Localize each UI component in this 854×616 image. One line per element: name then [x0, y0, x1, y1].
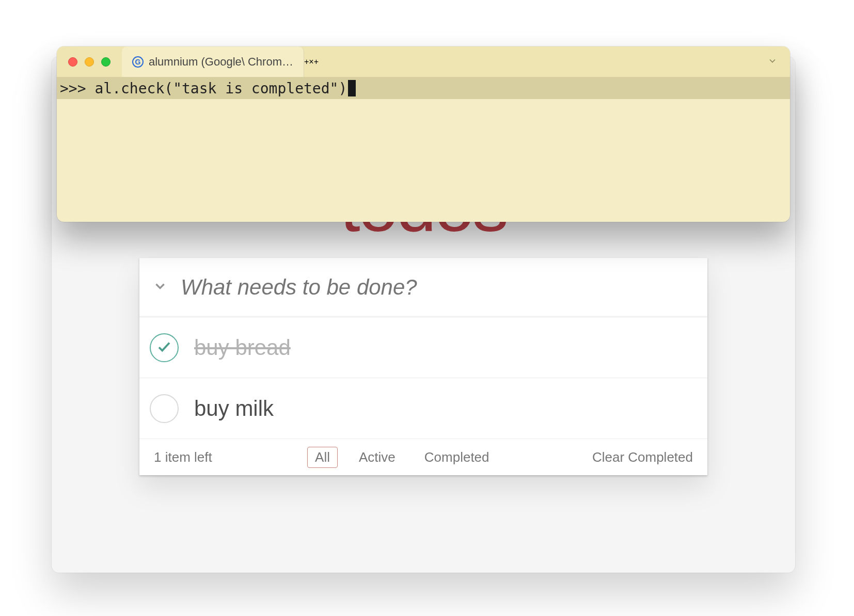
todo-card: buy bread buy milk 1 item left All Activ… [139, 258, 707, 475]
terminal-window: G alumnium (Google\ Chrom… + × + >>> al.… [57, 46, 790, 222]
minimize-window-button[interactable] [85, 57, 94, 67]
terminal-body[interactable] [57, 99, 790, 222]
filter-all[interactable]: All [307, 447, 338, 468]
chevron-down-icon [153, 280, 167, 296]
todo-item: buy bread [139, 317, 707, 378]
check-icon [156, 400, 172, 417]
check-icon [156, 339, 172, 356]
new-todo-row [139, 258, 707, 317]
todo-checkbox[interactable] [150, 333, 179, 362]
items-left-count: 1 item left [154, 449, 212, 465]
terminal-prompt-line[interactable]: >>> al.check("task is completed") [57, 77, 790, 99]
close-window-button[interactable] [68, 57, 77, 67]
terminal-tab[interactable]: G alumnium (Google\ Chrom… [122, 46, 304, 77]
cursor-icon [348, 80, 356, 96]
tab-favicon-icon: G [132, 56, 144, 68]
filter-active[interactable]: Active [351, 447, 403, 468]
new-tab-button[interactable]: + [304, 57, 309, 67]
terminal-tabbar: G alumnium (Google\ Chrom… + × + [57, 46, 790, 77]
toggle-all-button[interactable] [139, 279, 181, 296]
todo-item: buy milk [139, 378, 707, 439]
prompt-command: al.check("task is completed") [94, 80, 347, 97]
todo-label[interactable]: buy bread [194, 335, 291, 360]
clear-completed-button[interactable]: Clear Completed [592, 449, 693, 465]
tab-overflow-button[interactable] [755, 56, 790, 68]
fullscreen-window-button[interactable] [101, 57, 110, 67]
new-tab-button-secondary[interactable]: + [314, 57, 319, 67]
close-tab-button[interactable]: × [309, 57, 313, 67]
todo-footer: 1 item left All Active Completed Clear C… [139, 439, 707, 475]
chevron-down-icon [767, 59, 778, 68]
prompt-prefix: >>> [60, 80, 94, 97]
todo-label[interactable]: buy milk [194, 396, 274, 421]
filter-group: All Active Completed [212, 447, 592, 468]
tab-title: alumnium (Google\ Chrom… [149, 55, 293, 69]
window-controls [57, 57, 122, 67]
todo-checkbox[interactable] [150, 394, 179, 423]
new-todo-input[interactable] [181, 275, 707, 300]
filter-completed[interactable]: Completed [417, 447, 497, 468]
